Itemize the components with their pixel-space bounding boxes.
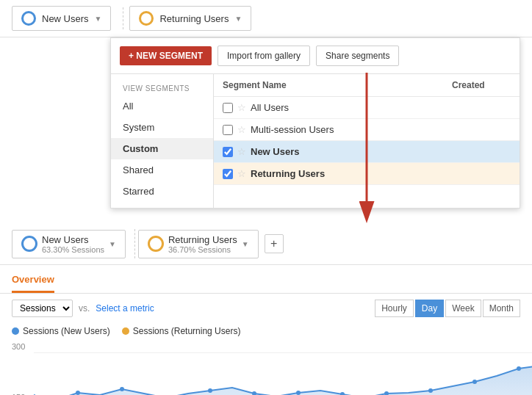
returning-users-label: Returning Users [159,13,229,24]
bottom-returning-users-title: Returning Users [168,234,237,245]
segment-dropdown: + NEW SEGMENT Import from gallery Share … [110,37,520,209]
bottom-returning-users-icon [148,236,164,252]
chart-svg [34,352,532,395]
blue-dot [76,391,80,395]
bottom-new-users-pill[interactable]: New Users 63.30% Sessions ▼ [12,230,126,258]
sidebar-item-system[interactable]: System [111,117,213,138]
new-segment-button[interactable]: + NEW SEGMENT [120,46,212,65]
returning-users-pill[interactable]: Returning Users ▼ [129,6,251,31]
day-button[interactable]: Day [415,300,444,317]
blue-dot [340,392,345,395]
col-name-header: Segment Name [223,80,452,90]
new-users-checkbox[interactable] [223,147,233,157]
bottom-new-users-chevron: ▼ [109,240,116,248]
multi-session-checkbox[interactable] [223,125,233,135]
chart-controls: Sessions vs. Select a metric Hourly Day … [0,294,532,323]
returning-users-checkbox[interactable] [223,169,233,179]
star-icon-all-users[interactable]: ☆ [237,102,246,113]
chevron-down-icon: ▼ [95,15,102,23]
hourly-button[interactable]: Hourly [375,300,414,317]
blue-area [34,366,532,395]
select-metric-link[interactable]: Select a metric [96,303,154,314]
add-segment-button[interactable]: + [265,234,284,253]
chart-legend: Sessions (New Users) Sessions (Returning… [0,323,532,342]
all-users-checkbox[interactable] [223,103,233,113]
sessions-select[interactable]: Sessions [12,300,73,317]
returning-users-icon [139,11,154,26]
col-created-header: Created [452,80,511,90]
sidebar-item-all[interactable]: All [111,95,213,117]
star-icon-returning-users[interactable]: ☆ [237,168,246,179]
blue-dot [120,387,124,391]
month-button[interactable]: Month [483,300,520,317]
week-button[interactable]: Week [445,300,481,317]
new-users-label: New Users [42,13,89,24]
blue-dot [472,380,477,384]
legend-label-returning-users: Sessions (Returning Users) [133,326,241,336]
new-users-pill[interactable]: New Users ▼ [12,6,111,31]
bottom-returning-users-pill[interactable]: Returning Users 36.70% Sessions ▼ [138,230,259,258]
bottom-pills-bar: New Users 63.30% Sessions ▼ Returning Us… [0,223,532,265]
y-label-300: 300 [12,342,520,351]
bottom-returning-users-sub: 36.70% Sessions [168,245,237,254]
overview-tab-bar: Overview [0,268,532,294]
new-users-icon [21,11,36,26]
blue-dot [208,388,212,393]
chart-area: 300 150 [0,342,532,395]
top-pills-bar: New Users ▼ Returning Users ▼ [0,0,532,37]
view-segments-label: VIEW SEGMENTS [111,80,213,95]
share-segments-button[interactable]: Share segments [316,46,399,66]
legend-label-new-users: Sessions (New Users) [23,326,110,336]
red-arrow [345,65,389,227]
sidebar-item-starred[interactable]: Starred [111,181,213,202]
blue-dot [252,391,256,395]
bottom-returning-users-chevron: ▼ [242,240,249,248]
bottom-new-users-sub: 63.30% Sessions [42,245,104,254]
dropdown-toolbar: + NEW SEGMENT Import from gallery Share … [111,38,520,74]
legend-returning-users: Sessions (Returning Users) [122,326,241,336]
bottom-new-users-info: New Users 63.30% Sessions [42,234,104,254]
blue-dot [384,391,389,395]
dropdown-body: VIEW SEGMENTS All System Custom Shared S… [111,74,520,208]
pill-divider [123,7,123,29]
chevron-down-icon-2: ▼ [234,15,242,23]
segments-sidebar: VIEW SEGMENTS All System Custom Shared S… [111,74,214,208]
star-icon-multi-session[interactable]: ☆ [237,124,246,135]
blue-dot [428,388,433,393]
vs-label: vs. [79,303,90,314]
legend-dot-new-users [12,327,19,335]
blue-dot [517,366,521,371]
time-buttons-group: Hourly Day Week Month [375,300,520,317]
bottom-new-users-title: New Users [42,234,104,245]
import-from-gallery-button[interactable]: Import from gallery [218,46,310,66]
legend-new-users: Sessions (New Users) [12,326,110,336]
sidebar-item-custom[interactable]: Custom [111,138,213,159]
sidebar-item-shared[interactable]: Shared [111,159,213,181]
bottom-pill-divider [134,229,135,258]
bottom-new-users-icon [21,236,37,252]
tab-overview[interactable]: Overview [12,268,54,293]
blue-dot [296,391,301,395]
star-icon-new-users[interactable]: ☆ [237,146,246,157]
legend-dot-returning-users [122,327,129,335]
bottom-returning-users-info: Returning Users 36.70% Sessions [168,234,237,254]
